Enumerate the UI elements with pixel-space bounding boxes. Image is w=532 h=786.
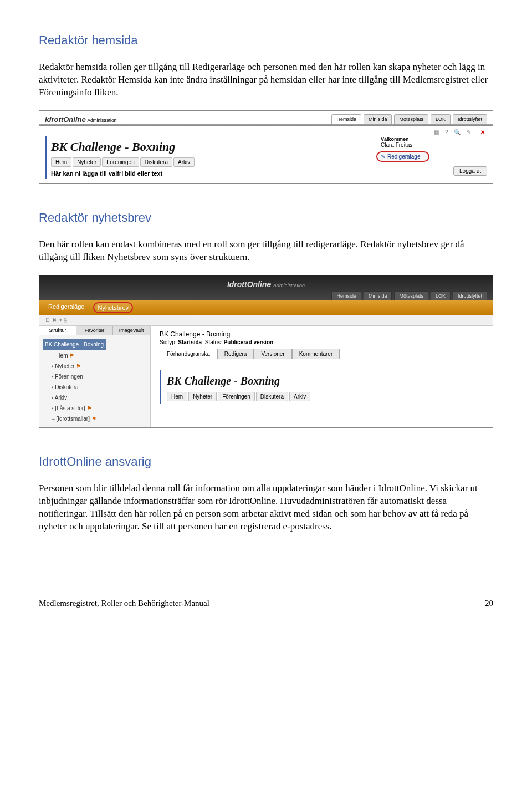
paragraph-idrottonline-ansvarig: Personen som blir tilldelad denna roll f… [39,482,493,533]
tree-item-foreningen[interactable]: Föreningen [52,371,147,382]
tree-item-lastasidor[interactable]: [Låsta sidor] ⚑ [52,403,147,414]
preview-area: BK Challenge - Boxning Hem Nyheter Fören… [160,370,493,404]
page-footer: Medlemsregistret, Roller och Behörighete… [39,594,493,608]
placeholder-text: Här kan ni lägga till valfri bild eller … [51,170,376,177]
toolbar-icons[interactable]: 🗋 ✖ ✦ ⎘ [39,315,493,326]
tab-minsida[interactable]: Min sida [364,114,392,124]
tree-item-arkiv[interactable]: Arkiv [52,392,147,403]
close-icon[interactable]: ✕ [480,129,487,135]
welcome-username: Clara Freitas [381,142,412,148]
utility-icons: ▦ ? 🔍 ✎ ✕ [39,126,493,136]
screenshot-nyhetsbrev: IdrottOnline Administration Hemsida Min … [39,275,493,428]
pnav-diskutera[interactable]: Diskutera [256,392,288,401]
tab-idrottslyftet[interactable]: Idrottslyftet [453,114,487,124]
ctab-versioner[interactable]: Versioner [254,349,291,359]
content-page-title: BK Challenge - Boxning [160,330,493,338]
content-pane: BK Challenge - Boxning Sidtyp: Startsida… [151,326,493,427]
toolbar-icons-glyphs[interactable]: 🗋 ✖ ✦ ⎘ [45,317,67,323]
section-redaktor-hemsida: Redaktör hemsida Redaktör hemsida rollen… [39,33,493,184]
footer-page-number: 20 [485,599,493,608]
ctab-redigera[interactable]: Redigera [217,349,254,359]
heading-idrottonline-ansvarig: IdrottOnline ansvarig [39,455,493,469]
tree-item-hem[interactable]: Hem ⚑ [52,350,147,361]
top-tab-row: Hemsida Min sida Mötesplats LOK Idrottsl… [39,291,493,300]
ctab-kommentarer[interactable]: Kommentarer [292,349,340,359]
pnav-arkiv[interactable]: Arkiv [289,392,310,401]
flag-icon: ⚑ [87,405,92,411]
paragraph-redaktor-hemsida: Redaktör hemsida rollen ger tillgång til… [39,61,493,99]
tree-list: BK Challenge - Boxning Hem ⚑ Nyheter ⚑ F… [39,335,150,427]
flag-icon: ⚑ [76,363,81,369]
sidebar-tree: Struktur Favoriter ImageVault BK Challen… [39,326,151,427]
page-title: BK Challenge - Boxning [51,140,376,154]
preview-title: BK Challenge - Boxning [167,375,493,387]
logo: IdrottOnline Administration [39,278,493,291]
heading-redaktor-hemsida: Redaktör hemsida [39,33,493,48]
welcome-block: Välkommen Clara Freitas [376,136,487,148]
bar-nyhetsbrev[interactable]: Nyhetsbrev [93,302,133,313]
nav-hem[interactable]: Hem [51,157,71,167]
preview-nav: Hem Nyheter Föreningen Diskutera Arkiv [167,392,493,401]
screenshot-hemsida: IdrottOnline Administration Hemsida Min … [39,110,493,184]
site-nav: Hem Nyheter Föreningen Diskutera Arkiv [51,157,376,167]
pnav-hem[interactable]: Hem [167,392,187,401]
paragraph-redaktor-nyhetsbrev: Den här rollen kan endast kombineras med… [39,238,493,264]
tab-hemsida[interactable]: Hemsida [331,291,361,300]
section-redaktor-nyhetsbrev: Redaktör nyhetsbrev Den här rollen kan e… [39,211,493,428]
top-tab-row: Hemsida Min sida Mötesplats LOK Idrottsl… [331,114,487,124]
nav-diskutera[interactable]: Diskutera [140,157,172,167]
logout-button[interactable]: Logga ut [453,166,487,176]
tree-root[interactable]: BK Challenge - Boxning [43,339,106,350]
flag-icon: ⚑ [69,353,74,359]
tree-tab-imagevault[interactable]: ImageVault [113,326,150,335]
nav-foreningen[interactable]: Föreningen [102,157,139,167]
content-meta: Sidtyp: Startsida Status: Publicerad ver… [160,339,493,345]
tree-item-diskutera[interactable]: Diskutera [52,382,147,392]
redigeralage-link[interactable]: Redigeraläge [376,151,429,162]
section-idrottonline-ansvarig: IdrottOnline ansvarig Personen som blir … [39,455,493,533]
content-tabs: Förhandsgranska Redigera Versioner Komme… [160,349,493,359]
tab-motesplats[interactable]: Mötesplats [394,291,428,300]
footer-title: Medlemsregistret, Roller och Behörighete… [39,599,209,608]
ctab-forhandsgranska[interactable]: Förhandsgranska [160,349,217,359]
tree-item-idrottsmallar[interactable]: [Idrottsmallar] ⚑ [52,414,147,424]
tab-minsida[interactable]: Min sida [364,291,392,300]
tree-item-nyheter[interactable]: Nyheter ⚑ [52,361,147,371]
pnav-nyheter[interactable]: Nyheter [188,392,217,401]
tree-tab-struktur[interactable]: Struktur [39,326,76,335]
logo: IdrottOnline Administration [45,115,116,124]
welcome-label: Välkommen [381,136,487,142]
heading-redaktor-nyhetsbrev: Redaktör nyhetsbrev [39,211,493,225]
tab-lok[interactable]: LOK [431,291,451,300]
tree-tab-favoriter[interactable]: Favoriter [76,326,114,335]
tab-lok[interactable]: LOK [431,114,451,124]
pnav-foreningen[interactable]: Föreningen [218,392,255,401]
mode-bar: Redigeraläge Nyhetsbrev [39,300,493,315]
tab-motesplats[interactable]: Mötesplats [394,114,428,124]
nav-nyheter[interactable]: Nyheter [73,157,101,167]
tab-hemsida[interactable]: Hemsida [331,114,361,124]
bar-redigeralage[interactable]: Redigeraläge [45,302,88,313]
tab-idrottslyftet[interactable]: Idrottslyftet [453,291,487,300]
utility-icons-row[interactable]: ▦ ? 🔍 ✎ [434,129,473,135]
nav-arkiv[interactable]: Arkiv [173,157,195,167]
flag-icon: ⚑ [91,416,96,422]
